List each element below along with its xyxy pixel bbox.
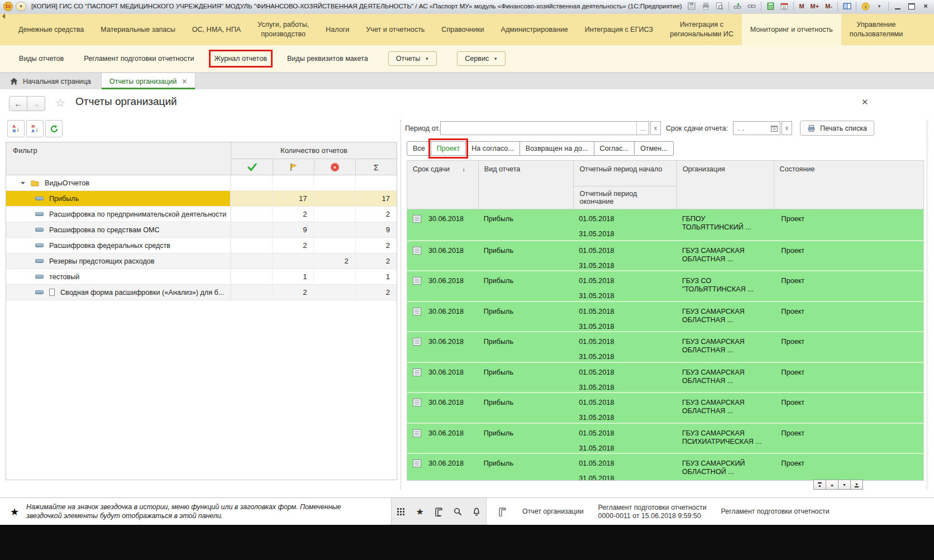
history-item-reglament[interactable]: Регламент подготовки отчетности [721,508,830,516]
minimize-button[interactable] [893,2,903,11]
ribbon-tab[interactable]: Справочники [433,14,492,45]
external-link-icon[interactable] [733,2,743,11]
print-preview-icon[interactable] [714,2,725,11]
status-tab[interactable]: Отмен... [634,141,674,156]
ribbon-tab[interactable]: Интеграция с региональными ИС [661,14,742,45]
ribbon-tab[interactable]: Денежные средства [10,14,92,45]
due-date-clear-button[interactable]: x [781,121,792,135]
column-period-end[interactable]: Отчетный период окончание [574,186,676,209]
report-row[interactable]: 30.06.2018 Прибыль 01.05.201831.05.2018 … [407,240,923,271]
info-icon[interactable]: i [860,2,870,11]
ribbon-tab[interactable]: ОС, НМА, НПА [184,14,249,45]
sort-asc-button[interactable]: АЯ↓ [7,120,25,137]
go-prev-button[interactable]: ▲ [826,480,838,490]
maximize-button[interactable] [907,2,917,11]
ribbon-tab[interactable]: Мониторинг и отчетность [742,14,841,45]
tab-home[interactable]: Начальная страница [0,73,101,89]
status-tab[interactable]: Все [407,141,431,156]
panel-splitter[interactable] [401,120,401,490]
column-period-start[interactable]: Отчетный период начало [574,161,676,186]
due-date-input[interactable]: . . [733,121,780,135]
column-state[interactable]: Состояние [774,161,923,209]
calendar-icon[interactable]: 31 [779,2,789,11]
go-last-button[interactable]: ▼ [850,480,863,490]
print-icon[interactable] [700,2,711,11]
main-menu-button[interactable]: ▼ [16,2,26,11]
memory-m-button[interactable]: M [798,2,805,11]
history-item-report[interactable]: Отчет организации [522,508,584,516]
report-row[interactable]: 30.06.2018 Прибыль 01.05.201831.05.2018 … [407,331,923,362]
report-row[interactable]: 30.06.2018 Прибыль 01.05.201831.05.2018 … [407,301,923,332]
save-icon[interactable] [687,2,697,11]
filter-column-header[interactable]: Фильтр [6,142,231,175]
menu-grid-icon[interactable] [395,506,407,518]
expander-icon[interactable] [21,182,25,186]
favorite-star-icon[interactable]: ☆ [55,96,65,109]
ribbon-tab[interactable]: Материальные запасы [92,14,183,45]
subtoolbar-menu-button[interactable]: Сервис▼ [457,51,506,66]
ribbon-tab[interactable]: Администрирование [493,14,576,45]
column-report-period[interactable]: Отчетный период начало Отчетный период о… [573,161,676,209]
close-button[interactable]: × [921,2,931,11]
subtoolbar-menu-button[interactable]: Отчеты▼ [388,51,437,66]
favorites-icon[interactable]: ★ [414,506,426,518]
period-picker-button[interactable]: ... [636,122,649,135]
column-report-type[interactable]: Вид отчета [478,161,574,209]
history-doc-icon[interactable] [497,506,508,518]
filter-tree-row[interactable]: Расшифровка по средствам ОМС 9 9 [6,222,397,238]
history-icon[interactable] [433,506,444,518]
tab-reports-organizations[interactable]: Отчеты организаций ✕ [101,73,196,89]
status-tab[interactable]: Возвращен на до... [520,141,594,156]
filter-tree-row[interactable]: Расшифровка федеральных средств 2 2 [6,238,397,253]
column-due-date[interactable]: Срок сдачи ↓ [407,161,478,209]
status-tab[interactable]: Соглас... [594,141,635,156]
history-item-reglament-doc[interactable]: Регламент подготовки отчетности 0000-001… [598,504,707,520]
ribbon-tab[interactable]: Учет и отчетность [358,14,433,45]
subtoolbar-link[interactable]: Регламент подготовки отчетности [84,55,194,63]
memory-mplus-button[interactable]: M+ [809,2,821,11]
subtoolbar-link[interactable]: Журнал отчетов [215,55,267,63]
report-row[interactable]: 30.06.2018 Прибыль 01.05.201831.05.2018 … [407,423,923,453]
tab-close-icon[interactable]: ✕ [182,78,187,85]
calculator-icon[interactable] [765,2,775,11]
print-list-button[interactable]: Печать списка [800,121,874,136]
link-icon[interactable] [747,2,757,11]
count-column-header[interactable]: Количество отчетов [231,142,397,159]
period-clear-button[interactable]: x [650,121,661,135]
notifications-bell-icon[interactable] [471,506,482,518]
due-date-calendar-icon[interactable] [768,125,780,132]
ribbon-tab[interactable]: Интеграция с ЕГИСЗ [576,14,661,45]
due-date-value[interactable]: . . [733,124,768,132]
filter-tree-row[interactable]: Сводная форма расшифровки («Анализ») для… [6,285,397,300]
ribbon-tab[interactable]: Услуги, работы, производство [249,14,317,45]
go-next-button[interactable]: ▼ [838,480,851,490]
period-text-field[interactable] [441,122,636,135]
filter-tree-row[interactable]: ВидыОтчетов [6,175,397,191]
right-edge-splitter[interactable] [927,120,927,490]
report-row[interactable]: 30.06.2018 Прибыль 01.05.201831.05.2018 … [407,392,923,423]
column-organization[interactable]: Организация [676,161,774,209]
search-icon[interactable] [452,506,463,518]
draft-flag-icon[interactable] [273,159,314,175]
nav-back-button[interactable]: ← [9,96,27,111]
favorites-star-icon[interactable]: ★ [10,506,19,518]
go-first-button[interactable]: ▲ [813,480,826,490]
filter-tree-row[interactable]: Прибыль 17 17 [6,191,397,207]
report-row[interactable]: 30.06.2018 Прибыль 01.05.201831.05.2018 … [407,270,923,301]
memory-mminus-button[interactable]: M- [824,2,833,11]
rejected-icon[interactable]: × [314,159,355,175]
period-input[interactable]: ... [440,121,649,135]
filter-tree-row[interactable]: Резервы предстоящих расходов 2 2 [6,253,397,269]
split-window-icon[interactable] [842,2,852,11]
report-row[interactable]: 30.06.2018 Прибыль 01.05.201831.05.2018 … [407,453,923,481]
ribbon-tab[interactable]: Налоги [317,14,358,45]
subtoolbar-link[interactable]: Виды отчетов [19,55,64,63]
report-row[interactable]: 30.06.2018 Прибыль 01.05.201831.05.2018 … [407,362,923,393]
status-tab[interactable]: На согласо... [465,141,520,156]
sort-desc-button[interactable]: ЯА↓ [26,120,44,137]
ribbon-tab[interactable]: Управление пользователями [841,14,911,45]
nav-forward-button[interactable]: → [27,96,45,111]
status-tab[interactable]: Проект [431,141,466,156]
subtoolbar-link[interactable]: Виды реквизитов макета [287,55,368,63]
report-row[interactable]: 30.06.2018 Прибыль 01.05.201831.05.2018 … [407,209,923,240]
